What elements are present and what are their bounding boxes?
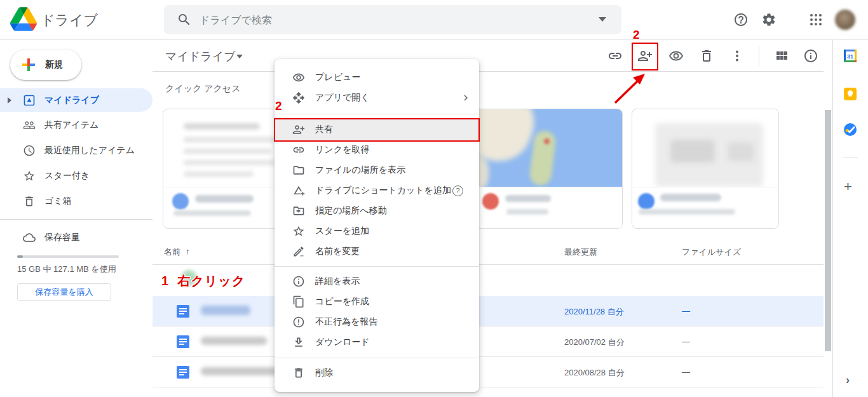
- add-to-drive-icon: [292, 184, 305, 197]
- sidebar-item-my-drive[interactable]: マイドライブ: [0, 88, 153, 112]
- table-row[interactable]: 2020/07/02 自分 —: [153, 326, 824, 357]
- sidebar-item-storage[interactable]: 保存容量: [0, 225, 153, 250]
- card-footer: [476, 187, 622, 228]
- avatar[interactable]: [835, 10, 855, 30]
- menu-item-make-copy[interactable]: コピーを作成: [275, 292, 479, 312]
- submenu-chevron-icon: [460, 92, 471, 104]
- svg-text:31: 31: [847, 53, 853, 60]
- trash-icon[interactable]: [699, 48, 714, 64]
- add-addon-plus-icon[interactable]: +: [844, 178, 852, 195]
- docs-icon: [176, 335, 190, 349]
- menu-item-delete[interactable]: 削除: [275, 363, 479, 383]
- google-apps-grid-icon[interactable]: [808, 12, 824, 27]
- menu-item-show-location[interactable]: ファイルの場所を表示: [275, 160, 479, 180]
- quick-access-card-map[interactable]: [475, 109, 623, 229]
- menu-item-label: 不正行為を報告: [315, 316, 377, 328]
- file-size-cell: —: [682, 306, 690, 316]
- more-vertical-icon[interactable]: [729, 48, 745, 64]
- docs-icon: [176, 304, 190, 318]
- sidebar-item-trash[interactable]: ゴミ箱: [0, 189, 153, 214]
- menu-item-label: スターを追加: [315, 225, 369, 237]
- page-title[interactable]: マイドライブ: [165, 49, 236, 64]
- menu-item-label: ダウンロード: [315, 337, 370, 348]
- search-options-caret[interactable]: [599, 17, 606, 22]
- buy-storage-button[interactable]: 保存容量を購入: [17, 283, 111, 301]
- calendar-icon[interactable]: 31: [843, 48, 858, 64]
- help-badge-icon[interactable]: ?: [452, 185, 463, 196]
- google-drive-window: ドライブ マイドライブ: [0, 0, 868, 397]
- menu-item-view-details[interactable]: 詳細を表示: [275, 271, 479, 292]
- menu-item-open-with[interactable]: アプリで開く: [275, 88, 479, 108]
- docs-file-icon: [638, 193, 654, 210]
- last-modified-cell: 2020/08/28 自分: [564, 367, 625, 379]
- table-row[interactable]: [153, 265, 824, 295]
- menu-item-label: 名前を変更: [315, 246, 360, 257]
- info-icon: [292, 275, 305, 288]
- google-drive-logo[interactable]: [10, 7, 37, 31]
- help-icon[interactable]: [733, 12, 749, 27]
- new-plus-icon: [20, 56, 37, 74]
- scrollbar-thumb[interactable]: [825, 110, 831, 351]
- menu-item-add-shortcut[interactable]: ドライブにショートカットを追加 ?: [275, 180, 479, 201]
- column-header-name[interactable]: 名前: [164, 246, 180, 258]
- menu-item-move-to[interactable]: 指定の場所へ移動: [275, 201, 479, 221]
- sidebar-divider: [0, 219, 153, 220]
- clock-icon: [23, 144, 36, 157]
- menu-item-get-link[interactable]: リンクを取得: [275, 140, 479, 160]
- chevron-down-icon[interactable]: [236, 55, 243, 58]
- sort-arrow-icon[interactable]: ↑: [186, 246, 190, 256]
- star-icon: [292, 225, 305, 238]
- storage-usage-text: 15 GB 中 127.1 MB を使用: [17, 264, 116, 275]
- expand-arrow-icon[interactable]: [8, 97, 11, 104]
- star-icon: [23, 170, 36, 182]
- sidebar-item-label: 最近使用したアイテム: [44, 145, 135, 156]
- eye-icon: [292, 71, 305, 84]
- menu-item-label: ドライブにショートカットを追加: [315, 185, 451, 196]
- menu-divider: [275, 114, 479, 114]
- app-bar: ドライブ: [0, 0, 868, 40]
- tasks-icon[interactable]: [843, 123, 857, 137]
- annotation-box-menu-share: [274, 118, 480, 142]
- docs-icon: [176, 365, 190, 379]
- column-header-modified[interactable]: 最終更新: [564, 246, 597, 258]
- search-bar[interactable]: [164, 5, 621, 34]
- annotation-arrow: [610, 67, 654, 107]
- search-input[interactable]: [198, 5, 557, 36]
- folder-move-icon: [292, 205, 305, 217]
- settings-gear-icon[interactable]: [761, 12, 776, 27]
- info-icon[interactable]: [803, 48, 818, 64]
- menu-item-report-abuse[interactable]: 不正行為を報告: [275, 312, 479, 332]
- grid-view-icon[interactable]: [774, 48, 789, 64]
- preview-eye-icon[interactable]: [668, 48, 684, 64]
- keep-icon[interactable]: [843, 87, 857, 101]
- get-link-icon[interactable]: [607, 48, 623, 64]
- cloud-icon: [23, 231, 36, 244]
- search-icon[interactable]: [177, 12, 192, 27]
- menu-item-add-star[interactable]: スターを追加: [275, 221, 479, 241]
- table-row[interactable]: 2020/08/28 自分 —: [153, 357, 824, 387]
- collapse-chevron-icon[interactable]: ›: [846, 373, 850, 387]
- menu-item-preview[interactable]: プレビュー: [275, 67, 479, 88]
- buy-storage-label: 保存容量を購入: [35, 286, 93, 298]
- sidebar-item-recent[interactable]: 最近使用したアイテム: [0, 138, 153, 163]
- menu-item-label: 削除: [315, 367, 333, 379]
- quick-access-label: クイック アクセス: [165, 83, 241, 95]
- quick-access-card[interactable]: [632, 109, 779, 229]
- column-header-size[interactable]: ファイルサイズ: [682, 246, 741, 258]
- storage-progress-used: [17, 255, 23, 258]
- table-row-selected[interactable]: 2020/11/28 自分 —: [153, 296, 824, 326]
- menu-divider: [275, 266, 479, 267]
- menu-item-download[interactable]: ダウンロード: [275, 332, 479, 353]
- people-icon: [23, 119, 36, 131]
- last-modified-cell: 2020/11/28 自分: [564, 306, 624, 318]
- download-icon: [292, 336, 305, 349]
- file-table-header: 名前 ↑ 最終更新 ファイルサイズ: [153, 239, 824, 265]
- map-preview: [476, 109, 623, 188]
- sidebar-item-starred[interactable]: スター付き: [0, 163, 153, 189]
- menu-item-label: コピーを作成: [315, 296, 369, 307]
- new-button[interactable]: 新規: [10, 50, 81, 80]
- map-file-icon: [482, 193, 499, 210]
- docs-file-icon: [172, 193, 189, 210]
- menu-item-rename[interactable]: 名前を変更: [275, 241, 479, 262]
- sidebar-item-shared[interactable]: 共有アイテム: [0, 112, 153, 138]
